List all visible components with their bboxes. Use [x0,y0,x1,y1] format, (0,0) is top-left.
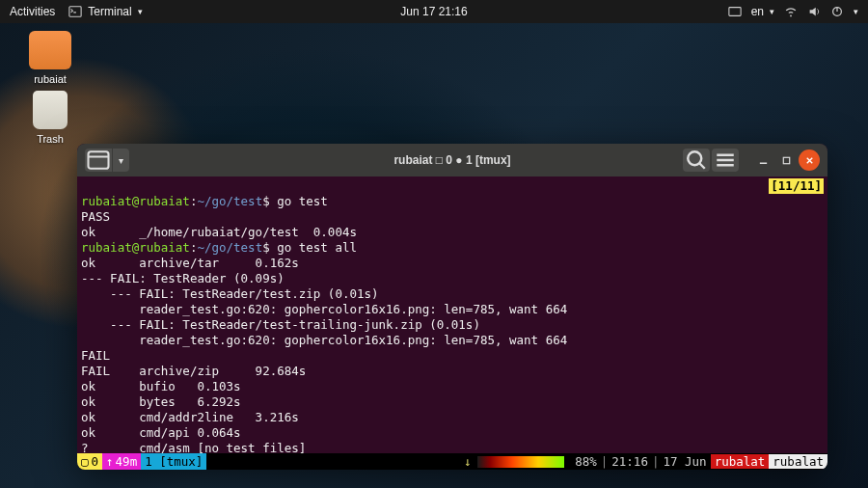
output-line: FAIL archive/zip 92.684s [81,364,306,378]
tmux-host-white: rubalat [769,454,827,469]
app-menu-label: Terminal [88,5,131,18]
svg-rect-0 [69,7,81,17]
tmux-host-red: rubalat [711,454,770,469]
hamburger-menu-button[interactable] [712,149,739,172]
prompt-tail: $ [262,240,277,255]
desktop-icon-label: rubaiat [21,73,79,85]
search-button[interactable] [683,149,710,172]
output-line: ok cmd/api 0.064s [81,425,241,440]
screenshot-icon[interactable] [728,5,742,18]
power-icon[interactable] [830,5,844,18]
output-line: ok bytes 6.292s [81,394,241,409]
prompt-path: ~/go/test [197,194,262,208]
battery-gradient [477,456,564,468]
tmux-date: 17 Jun [659,454,710,469]
output-line: reader_test.go:620: gophercolor16x16.png… [81,302,567,316]
tmux-session[interactable]: ▢0 [77,453,102,470]
language-indicator[interactable]: en ▾ [751,5,774,18]
tmux-battery-pct: 88% [564,454,601,469]
terminal-window: ▾ rubaiat □ 0 ● 1 [tmux] [11/11]rubaiat@… [77,144,827,470]
prompt-path: ~/go/test [197,240,262,255]
tab-menu-button[interactable]: ▾ [112,149,129,172]
search-match-indicator: [11/11] [769,178,824,194]
output-line: PASS [81,209,110,224]
network-icon[interactable] [784,5,798,18]
folder-icon [29,31,71,69]
output-line: --- FAIL: TestReader/test-trailing-junk.… [81,317,480,332]
prompt-user: rubaiat@rubaiat [81,194,190,208]
tmux-status-bar: ▢0 ↑49m 1 [tmux] ↓ 88% | 21:16 | 17 Jun … [77,453,827,470]
output-line: --- FAIL: TestReader (0.09s) [81,271,285,285]
tmux-time: 21:16 [608,454,652,469]
new-tab-button[interactable] [85,149,112,172]
trash-icon [33,91,68,129]
output-line: ok cmd/addr2line 3.216s [81,410,299,424]
command-text: go test all [277,240,357,255]
desktop-icon-label: Trash [21,133,79,145]
prompt-tail: $ [262,194,277,208]
window-title: rubaiat □ 0 ● 1 [tmux] [393,153,510,167]
window-titlebar[interactable]: ▾ rubaiat □ 0 ● 1 [tmux] [77,144,827,176]
language-label: en [751,5,764,18]
battery-arrow-icon: ↓ [458,454,477,469]
svg-point-6 [688,151,701,165]
chevron-down-icon: ▾ [770,7,774,16]
terminal-output[interactable]: [11/11]rubaiat@rubaiat:~/go/test$ go tes… [77,176,827,453]
activities-button[interactable]: Activities [10,5,55,18]
output-line: ok bufio 0.103s [81,379,241,393]
output-line: FAIL [81,348,110,363]
tmux-window-indicator[interactable]: 1 [tmux] [141,453,206,470]
clock[interactable]: Jun 17 21:16 [400,5,467,18]
command-text: go test [277,194,328,208]
output-line: reader_test.go:620: gophercolor16x16.png… [81,333,567,347]
desktop-folder-rubaiat[interactable]: rubaiat [21,31,79,85]
svg-line-7 [700,164,705,169]
tmux-session-id: 0 [92,454,99,469]
svg-rect-9 [783,157,789,163]
chevron-down-icon: ▾ [854,7,858,16]
output-line: ? cmd/asm [no test files] [81,441,306,453]
up-arrow-icon: ↑ [106,454,114,469]
gnome-top-bar: Activities Terminal ▾ Jun 17 21:16 en ▾ … [0,0,868,23]
maximize-button[interactable] [775,149,797,171]
volume-icon[interactable] [807,5,821,18]
app-menu[interactable]: Terminal ▾ [68,5,142,18]
output-line: ok archive/tar 0.162s [81,256,299,270]
terminal-icon [68,5,82,18]
tmux-uptime-value: 49m [116,454,138,469]
desktop-trash[interactable]: Trash [21,91,79,145]
minimize-button[interactable] [752,149,773,171]
svg-rect-1 [729,8,741,16]
output-line: --- FAIL: TestReader/test.zip (0.01s) [81,286,379,301]
close-button[interactable] [799,149,820,171]
tmux-uptime: ↑49m [102,453,141,470]
chevron-down-icon: ▾ [138,7,143,16]
prompt-user: rubaiat@rubaiat [81,240,190,255]
svg-rect-4 [89,151,109,169]
output-line: ok _/home/rubaiat/go/test 0.004s [81,225,357,239]
square-icon: ▢ [81,454,89,469]
